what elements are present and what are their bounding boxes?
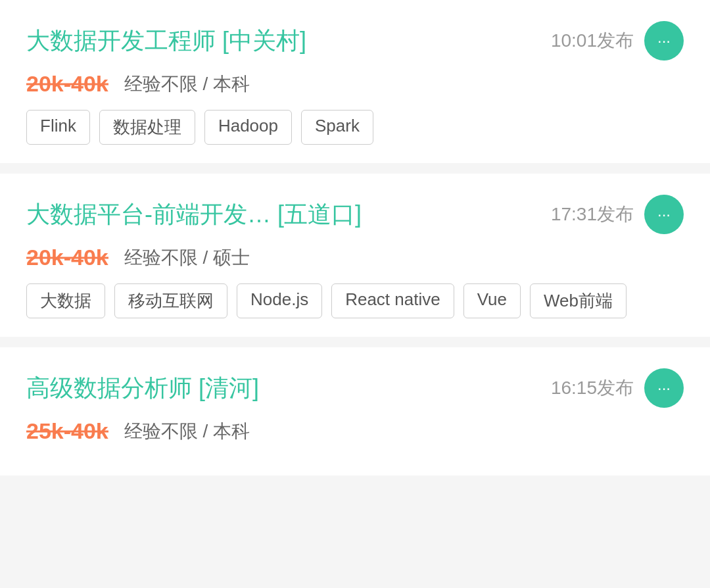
- job-tags-2: 大数据 移动互联网 Node.js React native Vue Web前端: [26, 283, 684, 318]
- job-card-3: 高级数据分析师 [清河] 16:15发布 ··· 25k-40k 经验不限 / …: [0, 347, 710, 476]
- chat-button-1[interactable]: ···: [644, 21, 684, 61]
- job-time-1: 10:01发布: [551, 28, 634, 53]
- job-card-1: 大数据开发工程师 [中关村] 10:01发布 ··· 20k-40k 经验不限 …: [0, 0, 710, 163]
- tag-web-frontend[interactable]: Web前端: [530, 283, 627, 318]
- job-time-2: 17:31发布: [551, 202, 634, 227]
- tag-nodejs[interactable]: Node.js: [237, 283, 322, 318]
- chat-icon-1: ···: [657, 33, 671, 49]
- tag-hadoop[interactable]: Hadoop: [204, 110, 292, 145]
- job-tags-1: Flink 数据处理 Hadoop Spark: [26, 110, 684, 145]
- job-header-3: 高级数据分析师 [清河] 16:15发布 ···: [26, 368, 684, 408]
- tag-data-processing[interactable]: 数据处理: [99, 110, 195, 145]
- job-time-3: 16:15发布: [551, 376, 634, 401]
- chat-button-2[interactable]: ···: [644, 195, 684, 234]
- job-meta-1: 20k-40k 经验不限 / 本科: [26, 71, 684, 97]
- job-meta-3: 25k-40k 经验不限 / 本科: [26, 418, 684, 444]
- chat-button-3[interactable]: ···: [644, 368, 684, 408]
- tag-vue[interactable]: Vue: [463, 283, 521, 318]
- job-card-2: 大数据平台-前端开发… [五道口] 17:31发布 ··· 20k-40k 经验…: [0, 174, 710, 337]
- chat-icon-3: ···: [657, 380, 671, 396]
- tag-react-native[interactable]: React native: [331, 283, 454, 318]
- job-title-1[interactable]: 大数据开发工程师 [中关村]: [26, 25, 540, 57]
- job-requirements-1: 经验不限 / 本科: [124, 72, 250, 97]
- job-salary-3: 25k-40k: [26, 418, 108, 444]
- tag-spark[interactable]: Spark: [301, 110, 373, 145]
- job-requirements-2: 经验不限 / 硕士: [124, 245, 250, 270]
- tag-flink[interactable]: Flink: [26, 110, 90, 145]
- job-header-2: 大数据平台-前端开发… [五道口] 17:31发布 ···: [26, 195, 684, 234]
- job-header-1: 大数据开发工程师 [中关村] 10:01发布 ···: [26, 21, 684, 61]
- chat-icon-2: ···: [657, 207, 671, 222]
- job-requirements-3: 经验不限 / 本科: [124, 419, 250, 444]
- job-title-3[interactable]: 高级数据分析师 [清河]: [26, 372, 540, 404]
- tag-mobile-internet[interactable]: 移动互联网: [114, 283, 227, 318]
- job-salary-2: 20k-40k: [26, 245, 108, 270]
- job-title-2[interactable]: 大数据平台-前端开发… [五道口]: [26, 199, 540, 231]
- job-meta-2: 20k-40k 经验不限 / 硕士: [26, 245, 684, 270]
- job-salary-1: 20k-40k: [26, 71, 108, 97]
- tag-bigdata[interactable]: 大数据: [26, 283, 105, 318]
